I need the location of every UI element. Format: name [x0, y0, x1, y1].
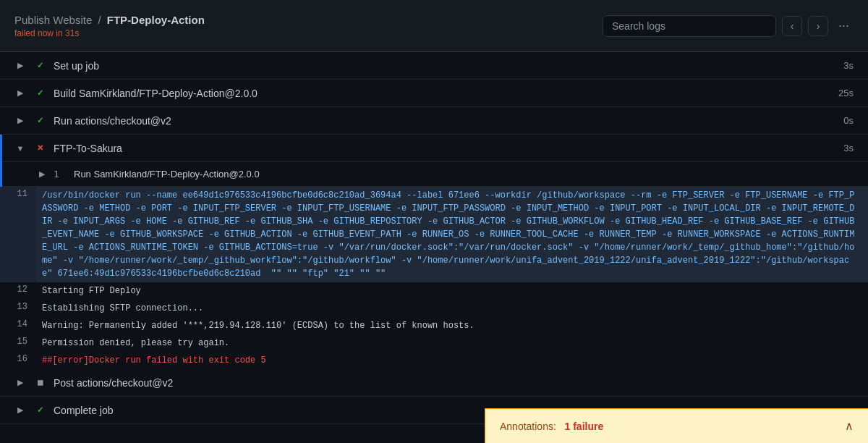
breadcrumb-current: FTP-Deploy-Action — [107, 14, 205, 26]
job-build-label: Build SamKirkland/FTP-Deploy-Action@2.0.… — [54, 88, 831, 99]
ftp-sub-label: Run SamKirkland/FTP-Deploy-Action@2.0.0 — [74, 169, 260, 180]
chevron-right-icon: ▶ — [14, 88, 26, 99]
line-number: 16 — [0, 352, 36, 366]
line-content: Establishing SFTP connection... — [36, 300, 868, 317]
line-content: Warning: Permanently added '***,219.94.1… — [36, 317, 868, 334]
job-setup-label: Set up job — [54, 60, 836, 72]
job-post-checkout[interactable]: ▶ ◼ Post actions/checkout@v2 — [0, 369, 868, 397]
line-content: Starting FTP Deploy — [36, 282, 868, 300]
annotations-collapse-button[interactable]: ∧ — [845, 419, 854, 433]
stopped-icon: ◼ — [33, 376, 46, 389]
line-content: Permission denied, please try again. — [36, 334, 868, 352]
ftp-step-number: 1 — [54, 169, 68, 180]
more-options-button[interactable]: ··· — [834, 15, 854, 36]
job-build-duration: 25s — [838, 88, 854, 98]
log-line: 14Warning: Permanently added '***,219.94… — [0, 317, 868, 334]
line-number-11: 11 — [0, 187, 36, 201]
log-line: 13Establishing SFTP connection... — [0, 300, 868, 317]
success-icon: ✓ — [33, 87, 46, 100]
job-subtitle: failed now in 31s — [14, 28, 205, 38]
job-ftp[interactable]: ▼ ✕ FTP-To-Sakura 3s — [0, 135, 868, 162]
line-content: ##[error]Docker run failed with exit cod… — [36, 352, 868, 369]
job-post-checkout-label: Post actions/checkout@v2 — [54, 377, 854, 389]
log-line: 12Starting FTP Deploy — [0, 282, 868, 300]
chevron-right-icon: ▶ — [36, 169, 48, 180]
line-number: 15 — [0, 334, 36, 349]
success-icon: ✓ — [33, 114, 46, 127]
line-number: 13 — [0, 300, 36, 314]
job-checkout-duration: 0s — [843, 115, 854, 126]
failure-icon: ✕ — [33, 142, 46, 155]
job-build-wrapper: ▶ ✓ Build SamKirkland/FTP-Deploy-Action@… — [0, 80, 868, 107]
header-right: ‹ › ··· — [603, 15, 854, 37]
chevron-right-icon: ▶ — [14, 377, 26, 389]
annotations-label: Annotations: 1 failure — [500, 421, 603, 432]
breadcrumb-separator: / — [98, 14, 101, 26]
log-line: 16##[error]Docker run failed with exit c… — [0, 352, 868, 369]
log-line: 15Permission denied, please try again. — [0, 334, 868, 352]
job-setup[interactable]: ▶ ✓ Set up job 3s — [0, 52, 868, 80]
job-setup-wrapper: ▶ ✓ Set up job 3s — [0, 52, 868, 80]
chevron-right-icon: ▶ — [14, 405, 26, 416]
nav-prev-button[interactable]: ‹ — [782, 16, 802, 36]
job-checkout[interactable]: ▶ ✓ Run actions/checkout@v2 0s — [0, 107, 868, 135]
success-icon: ✓ — [33, 59, 46, 72]
job-checkout-label: Run actions/checkout@v2 — [54, 115, 836, 127]
breadcrumb-parent: Publish Website — [14, 14, 92, 26]
chevron-right-icon: ▶ — [14, 115, 26, 127]
search-input[interactable] — [603, 15, 776, 37]
job-post-checkout-wrapper: ▶ ◼ Post actions/checkout@v2 — [0, 369, 868, 397]
success-icon: ✓ — [33, 404, 46, 417]
log-line-11: 11 /usr/bin/docker run --name ee649d1c97… — [0, 187, 868, 282]
line-content-11: /usr/bin/docker run --name ee649d1c97653… — [36, 187, 868, 282]
header: Publish Website / FTP-Deploy-Action fail… — [0, 0, 868, 52]
job-setup-duration: 3s — [843, 60, 854, 71]
chevron-right-icon: ▶ — [14, 60, 26, 72]
job-ftp-label: FTP-To-Sakura — [54, 143, 836, 154]
job-container: ▶ ✓ Set up job 3s ▶ ✓ Build SamKirkland/… — [0, 52, 868, 443]
chevron-down-icon: ▼ — [14, 143, 26, 154]
job-ftp-wrapper: ▼ ✕ FTP-To-Sakura 3s ▶ 1 Run SamKirkland… — [0, 135, 868, 282]
ftp-sub-item[interactable]: ▶ 1 Run SamKirkland/FTP-Deploy-Action@2.… — [0, 162, 868, 187]
job-ftp-duration: 3s — [843, 143, 854, 153]
line-number: 14 — [0, 317, 36, 332]
annotations-banner: Annotations: 1 failure ∧ — [485, 408, 868, 443]
plain-log-block: 12Starting FTP Deploy13Establishing SFTP… — [0, 282, 868, 369]
job-build[interactable]: ▶ ✓ Build SamKirkland/FTP-Deploy-Action@… — [0, 80, 868, 107]
breadcrumb: Publish Website / FTP-Deploy-Action — [14, 14, 205, 26]
header-left: Publish Website / FTP-Deploy-Action fail… — [14, 14, 205, 38]
line-number: 12 — [0, 282, 36, 297]
annotations-failure: 1 failure — [565, 421, 604, 432]
job-checkout-wrapper: ▶ ✓ Run actions/checkout@v2 0s — [0, 107, 868, 135]
nav-next-button[interactable]: › — [808, 16, 828, 36]
highlighted-log-block: 11 /usr/bin/docker run --name ee649d1c97… — [0, 187, 868, 282]
